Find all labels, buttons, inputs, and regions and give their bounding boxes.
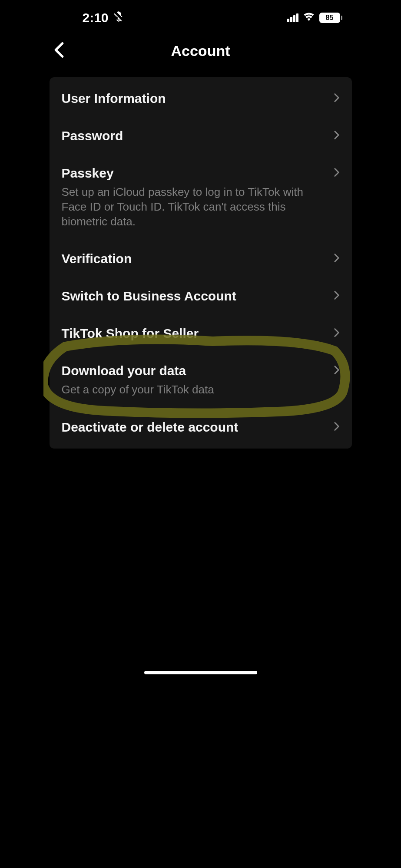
settings-item-passkey[interactable]: Passkey Set up an iCloud passkey to log …	[50, 155, 352, 240]
settings-item-label: User Information	[62, 91, 166, 106]
settings-item-deactivate[interactable]: Deactivate or delete account	[50, 409, 352, 446]
settings-item-desc: Set up an iCloud passkey to log in to Ti…	[62, 185, 340, 229]
chevron-right-icon	[334, 253, 340, 265]
chevron-right-icon	[334, 92, 340, 105]
battery-icon: 85	[319, 13, 342, 23]
settings-item-verification[interactable]: Verification	[50, 240, 352, 277]
status-time: 2:10	[83, 10, 109, 25]
chevron-right-icon	[334, 327, 340, 340]
wifi-icon	[303, 12, 315, 23]
mute-icon	[112, 10, 124, 26]
status-bar: 2:10 85	[43, 0, 358, 31]
settings-item-label: TikTok Shop for Seller	[62, 326, 199, 341]
chevron-right-icon	[334, 421, 340, 433]
back-button[interactable]	[54, 42, 64, 60]
settings-item-label: Download your data	[62, 363, 186, 378]
settings-item-desc: Get a copy of your TikTok data	[62, 383, 340, 397]
status-right: 85	[287, 12, 342, 23]
page-title: Account	[171, 43, 230, 59]
chevron-right-icon	[334, 365, 340, 377]
settings-item-switch-business[interactable]: Switch to Business Account	[50, 277, 352, 315]
settings-item-password[interactable]: Password	[50, 117, 352, 155]
settings-item-download-data[interactable]: Download your data Get a copy of your Ti…	[50, 352, 352, 409]
chevron-right-icon	[334, 290, 340, 302]
settings-item-label: Verification	[62, 251, 132, 266]
chevron-right-icon	[334, 167, 340, 179]
nav-header: Account	[43, 31, 358, 70]
status-left: 2:10	[59, 10, 124, 26]
settings-item-tiktok-shop[interactable]: TikTok Shop for Seller	[50, 315, 352, 352]
settings-item-label: Deactivate or delete account	[62, 420, 239, 435]
chevron-right-icon	[334, 130, 340, 142]
settings-item-label: Switch to Business Account	[62, 289, 236, 304]
home-indicator[interactable]	[144, 671, 257, 674]
settings-item-label: Password	[62, 129, 123, 143]
cellular-icon	[287, 13, 298, 22]
battery-level: 85	[326, 14, 334, 22]
settings-item-user-information[interactable]: User Information	[50, 80, 352, 117]
settings-item-label: Passkey	[62, 166, 114, 181]
settings-group: User Information Password Passkey	[50, 77, 352, 449]
